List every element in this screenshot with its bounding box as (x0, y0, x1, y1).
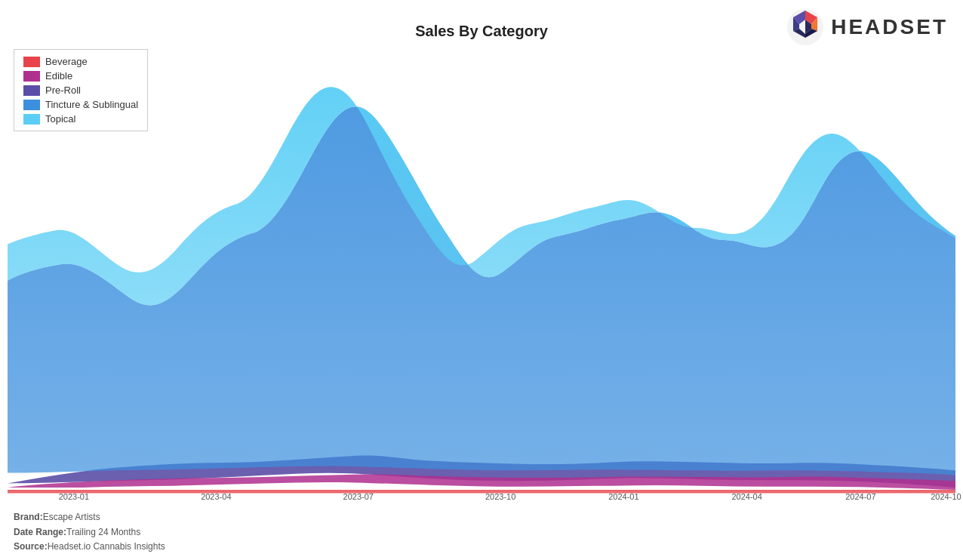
legend-swatch-preroll (23, 85, 40, 96)
footer-brand: Brand:Escape Artists (14, 510, 165, 525)
x-label-2024-07: 2024-07 (845, 492, 875, 501)
x-label-2024-04: 2024-04 (731, 492, 761, 501)
legend-swatch-edible (23, 71, 40, 82)
legend-label-beverage: Beverage (45, 56, 88, 67)
x-label-2023-07: 2023-07 (343, 492, 374, 501)
footer-date-label: Date Range: (14, 527, 66, 537)
x-label-2023-10: 2023-10 (485, 492, 515, 501)
footer-source-label: Source: (14, 541, 48, 552)
chart-title: Sales By Category (0, 23, 963, 40)
x-axis: 2023-01 2023-04 2023-07 2023-10 2024-01 … (8, 478, 955, 501)
footer-source: Source:Headset.io Cannabis Insights (14, 540, 165, 554)
x-label-2023-04: 2023-04 (201, 492, 231, 501)
legend-label-preroll: Pre-Roll (45, 85, 81, 96)
chart-svg (8, 45, 955, 500)
chart-area (8, 45, 955, 500)
legend-label-edible: Edible (45, 70, 72, 82)
x-label-2024-10: 2024-10 (931, 492, 961, 501)
x-label-2023-01: 2023-01 (59, 492, 89, 501)
legend-item-beverage: Beverage (23, 56, 138, 67)
legend-item-tincture: Tincture & Sublingual (23, 99, 138, 110)
page-container: HEADSET Sales By Category Beverage Edibl… (0, 0, 963, 560)
legend-label-topical: Topical (45, 113, 75, 125)
legend-item-topical: Topical (23, 113, 138, 125)
chart-legend: Beverage Edible Pre-Roll Tincture & Subl… (14, 49, 148, 131)
footer-info: Brand:Escape Artists Date Range:Trailing… (14, 510, 165, 554)
footer-source-value: Headset.io Cannabis Insights (48, 541, 165, 552)
footer-date-value: Trailing 24 Months (66, 527, 140, 537)
x-label-2024-01: 2024-01 (608, 492, 638, 501)
legend-swatch-tincture (23, 100, 40, 110)
legend-swatch-topical (23, 114, 40, 125)
legend-item-preroll: Pre-Roll (23, 85, 138, 96)
footer-date-range: Date Range:Trailing 24 Months (14, 525, 165, 540)
legend-label-tincture: Tincture & Sublingual (45, 99, 138, 110)
footer-brand-value: Escape Artists (43, 512, 100, 522)
footer-brand-label: Brand: (14, 512, 43, 522)
legend-item-edible: Edible (23, 70, 138, 82)
legend-swatch-beverage (23, 57, 40, 67)
